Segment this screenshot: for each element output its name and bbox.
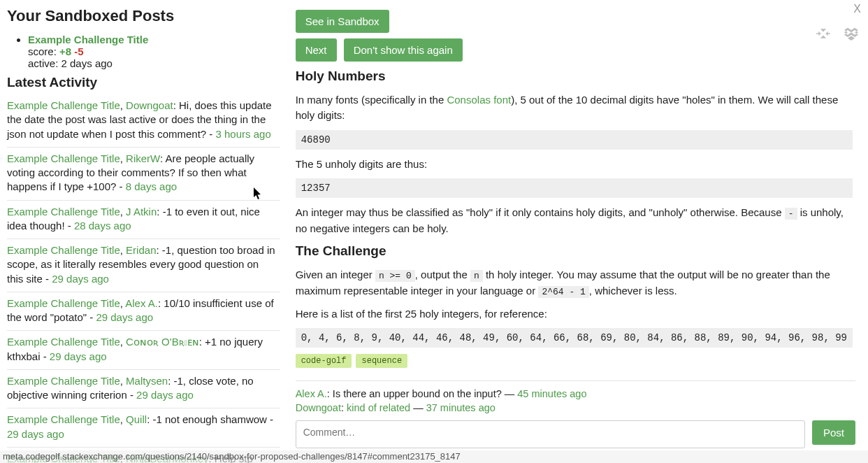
activity-title-link[interactable]: Example Challenge Title bbox=[7, 206, 120, 218]
activity-title-link[interactable]: Example Challenge Title bbox=[7, 99, 120, 111]
activity-user-link[interactable]: Cᴏɴᴏʀ O'Bʀɪᴇɴ bbox=[126, 336, 199, 348]
activity-time-link[interactable]: 29 days ago bbox=[50, 350, 107, 362]
paragraph-2: The 5 unholy digits are thus: bbox=[296, 157, 853, 172]
post-title-link[interactable]: Example Challenge Title bbox=[28, 34, 148, 45]
dropbox-icon[interactable] bbox=[844, 27, 858, 43]
activity-user-link[interactable]: Quill bbox=[126, 413, 147, 425]
paragraph-5: Here is a list of the first 25 holy inte… bbox=[296, 306, 853, 322]
post-item: Example Challenge Title score: +8 -5 act… bbox=[28, 34, 280, 69]
activity-user-link[interactable]: J Atkin bbox=[126, 206, 157, 218]
top-right-icons bbox=[816, 27, 858, 43]
activity-title-link[interactable]: Example Challenge Title bbox=[7, 375, 120, 387]
button-row-2: Next Don't show this again bbox=[296, 38, 855, 62]
activity-user-link[interactable]: RikerW bbox=[126, 152, 160, 164]
post-title: Holy Numbers bbox=[296, 69, 853, 84]
comment-row: Post bbox=[296, 420, 855, 448]
dont-show-button[interactable]: Don't show this again bbox=[344, 38, 463, 62]
sandboxed-posts-heading: Your Sandboxed Posts bbox=[7, 7, 280, 25]
activity-title-link[interactable]: Example Challenge Title bbox=[7, 413, 120, 425]
post-comment-button[interactable]: Post bbox=[812, 420, 855, 445]
button-row-1: See in Sandbox bbox=[296, 10, 855, 33]
close-icon[interactable]: X bbox=[853, 3, 861, 15]
shuffle-icon[interactable] bbox=[816, 27, 830, 43]
comment-time-link[interactable]: 37 minutes ago bbox=[426, 402, 496, 413]
activity-time-link[interactable]: 29 days ago bbox=[52, 273, 109, 285]
activity-user-link[interactable]: Alex A. bbox=[125, 297, 158, 309]
activity-item: Example Challenge Title, RikerW: Are peo… bbox=[7, 148, 280, 201]
activity-time-link[interactable]: 29 days ago bbox=[136, 389, 194, 401]
paragraph-1: In many fonts (specifically in the Conso… bbox=[296, 92, 853, 123]
see-in-sandbox-button[interactable]: See in Sandbox bbox=[296, 10, 389, 33]
comment-time-link[interactable]: 45 minutes ago bbox=[517, 388, 586, 399]
activity-item: Example Challenge Title, Eridan: -1, que… bbox=[7, 239, 280, 292]
post-comment: Alex A.: Is there an upper bound on the … bbox=[296, 388, 855, 399]
codeblock-holy-digits: 46890 bbox=[296, 130, 853, 150]
paragraph-3: An integer may thus be classified as "ho… bbox=[296, 205, 853, 236]
tag-list: code-golfsequence bbox=[296, 353, 853, 368]
activity-title-link[interactable]: Example Challenge Title bbox=[7, 297, 120, 309]
activity-item: Example Challenge Title, Quill: -1 not e… bbox=[7, 408, 280, 448]
score-positive: +8 bbox=[59, 45, 71, 57]
inline-code-264: 2^64 - 1 bbox=[538, 286, 588, 298]
tag[interactable]: sequence bbox=[356, 354, 407, 368]
activity-user-link[interactable]: Eridan bbox=[126, 244, 156, 256]
activity-item: Example Challenge Title, J Atkin: -1 to … bbox=[7, 201, 280, 240]
consolas-font-link[interactable]: Consolas font bbox=[447, 94, 511, 106]
score-negative: -5 bbox=[74, 45, 83, 57]
comment-input[interactable] bbox=[296, 420, 805, 448]
activity-time-link[interactable]: 3 hours ago bbox=[216, 128, 271, 140]
challenge-heading: The Challenge bbox=[296, 243, 853, 259]
post-comment: Downgoat: kind of related — 37 minutes a… bbox=[296, 402, 855, 413]
codeblock-first-25: 0, 4, 6, 8, 9, 40, 44, 46, 48, 49, 60, 6… bbox=[296, 328, 853, 348]
activity-item: Example Challenge Title, Alex A.: 10/10 … bbox=[7, 292, 280, 332]
activity-text: : -1 not enough shamwow - bbox=[147, 413, 273, 425]
divider bbox=[296, 380, 855, 381]
activity-title-link[interactable]: Example Challenge Title bbox=[7, 152, 120, 164]
activity-item: Example Challenge Title, Cᴏɴᴏʀ O'Bʀɪᴇɴ: … bbox=[7, 331, 280, 370]
inline-code-n: n bbox=[470, 270, 483, 282]
score-label: score: bbox=[28, 45, 57, 57]
activity-time-link[interactable]: 29 days ago bbox=[7, 428, 64, 440]
inline-code-minus: - bbox=[785, 208, 797, 220]
posts-list: Example Challenge Title score: +8 -5 act… bbox=[7, 34, 280, 69]
activity-user-link[interactable]: Maltysen bbox=[126, 375, 168, 387]
comment-user-link[interactable]: Downgoat bbox=[296, 402, 341, 413]
latest-activity-heading: Latest Activity bbox=[7, 75, 280, 90]
activity-time-link[interactable]: 8 days ago bbox=[126, 180, 177, 192]
activity-item: Example Challenge Title, Downgoat: Hi, d… bbox=[7, 94, 280, 148]
activity-item: Example Challenge Title, Maltysen: -1, c… bbox=[7, 370, 280, 409]
next-button[interactable]: Next bbox=[296, 38, 337, 62]
codeblock-unholy-digits: 12357 bbox=[296, 178, 853, 198]
activity-time-link[interactable]: 28 days ago bbox=[74, 220, 131, 232]
inline-code-nge0: n >= 0 bbox=[375, 270, 415, 282]
activity-title-link[interactable]: Example Challenge Title bbox=[7, 244, 120, 256]
comment-link[interactable]: kind of related bbox=[347, 402, 410, 413]
activity-title-link[interactable]: Example Challenge Title bbox=[7, 336, 120, 348]
paragraph-4: Given an integer n >= 0, output the n th… bbox=[296, 267, 853, 299]
status-bar: meta.codegolf.stackexchange.com/question… bbox=[0, 450, 868, 463]
activity-user-link[interactable]: Downgoat bbox=[126, 99, 173, 111]
comment-user-link[interactable]: Alex A. bbox=[296, 388, 327, 399]
active-line: active: 2 days ago bbox=[28, 57, 113, 69]
tag[interactable]: code-golf bbox=[296, 354, 352, 368]
activity-time-link[interactable]: 29 days ago bbox=[96, 311, 153, 323]
